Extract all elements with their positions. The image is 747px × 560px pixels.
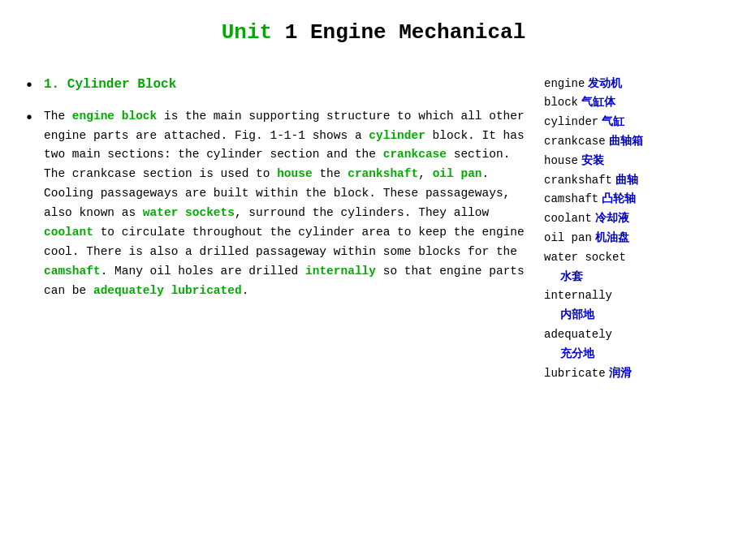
content-area: • 1. Cylinder Block • The engine block i… (24, 75, 723, 384)
bullet-list: • 1. Cylinder Block • The engine block i… (24, 75, 536, 301)
highlight-water-sockets: water sockets (143, 206, 235, 219)
list-item-heading: • 1. Cylinder Block (24, 75, 536, 99)
vocab-entry-house: house 安装 (544, 152, 723, 171)
vocab-entry-crankshaft: crankshaft 曲轴 (544, 171, 723, 191)
vocab-entry-coolant: coolant 冷却液 (544, 209, 723, 229)
title-number: 1 (285, 20, 310, 45)
vocab-entry-crankcase: crankcase 曲轴箱 (544, 132, 723, 152)
vocab-entry-lubricate: lubricate 润滑 (544, 364, 723, 384)
vocab-entry-water-socket: water socket 水套 (544, 248, 723, 287)
highlight-house: house (277, 167, 313, 180)
bullet-dot-2: • (24, 106, 34, 131)
title-unit: Unit (222, 20, 272, 45)
highlight-engine-block: engine block (72, 110, 157, 123)
body-text: The engine block is the main supporting … (44, 107, 536, 301)
page-title: Unit 1 Engine Mechanical (24, 16, 723, 50)
main-content: • 1. Cylinder Block • The engine block i… (24, 75, 544, 384)
vocab-entry-engine: engine 发动机 (544, 75, 723, 94)
highlight-adequately: adequately (93, 284, 164, 297)
title-name: Engine Mechanical (310, 20, 525, 45)
highlight-camshaft: camshaft (44, 265, 101, 278)
bullet-dot-1: • (24, 73, 34, 99)
section-heading: 1. Cylinder Block (44, 75, 176, 96)
vocab-entry-oil-pan: oil pan 机油盘 (544, 229, 723, 248)
list-item-body: • The engine block is the main supportin… (24, 107, 536, 301)
highlight-coolant: coolant (44, 226, 93, 239)
page-container: Unit 1 Engine Mechanical • 1. Cylinder B… (0, 0, 747, 560)
vocab-entry-internally: internally 内部地 (544, 286, 723, 325)
vocab-sidebar: engine 发动机 block 气缸体 cylinder 气缸 crankca… (544, 75, 723, 384)
highlight-crankshaft: crankshaft (348, 167, 418, 180)
vocab-entry-cylinder: cylinder 气缸 (544, 113, 723, 132)
vocab-entry-camshaft: camshaft 凸轮轴 (544, 190, 723, 209)
vocab-entry-block: block 气缸体 (544, 93, 723, 113)
vocab-entry-adequately: adequately 充分地 (544, 325, 723, 364)
highlight-lubricated: lubricated (171, 284, 242, 297)
highlight-cylinder: cylinder (369, 129, 425, 142)
highlight-oil-pan: oil pan (433, 167, 482, 180)
highlight-crankcase: crankcase (383, 148, 447, 161)
highlight-internally: internally (305, 265, 376, 278)
